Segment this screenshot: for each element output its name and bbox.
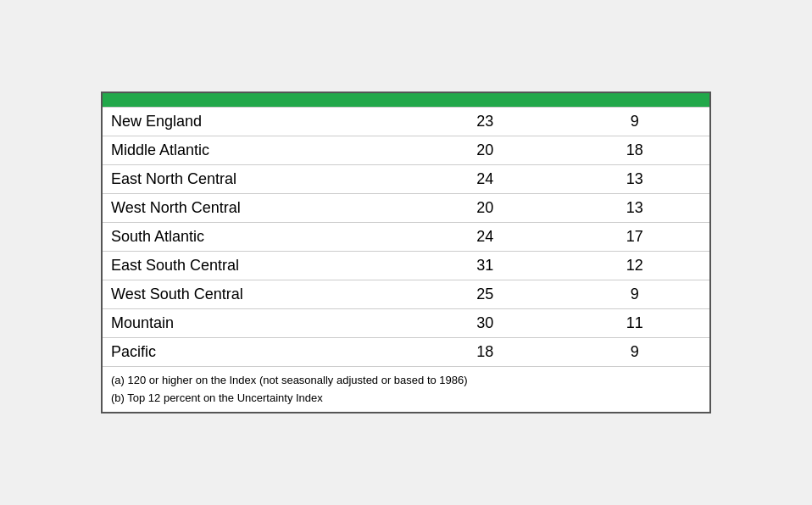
table-row: West North Central 20 13 xyxy=(103,193,709,222)
cell-region: Pacific xyxy=(103,343,410,361)
cell-region: South Atlantic xyxy=(103,228,410,246)
cell-uncertainty: 9 xyxy=(560,113,710,130)
footnote-b: (b) Top 12 percent on the Uncertainty In… xyxy=(111,390,701,408)
table-row: West South Central 25 9 xyxy=(103,280,709,308)
cell-uncertainty: 12 xyxy=(560,257,710,275)
cell-region: East North Central xyxy=(103,170,410,188)
table-row: Mountain 30 11 xyxy=(103,308,709,337)
cell-region: New England xyxy=(103,113,410,130)
table-row: New England 23 9 xyxy=(103,107,709,136)
cell-optimism: 24 xyxy=(410,228,560,246)
cell-uncertainty: 17 xyxy=(560,228,710,246)
cell-region: East South Central xyxy=(103,257,410,275)
cell-optimism: 20 xyxy=(410,142,560,159)
cell-uncertainty: 11 xyxy=(560,314,710,332)
cell-region: Mountain xyxy=(103,314,410,332)
cell-optimism: 24 xyxy=(410,170,560,188)
table-row: Middle Atlantic 20 18 xyxy=(103,136,709,164)
cell-uncertainty: 13 xyxy=(560,170,710,188)
cell-region: West North Central xyxy=(103,199,410,217)
table-row: Pacific 18 9 xyxy=(103,337,709,366)
cell-optimism: 18 xyxy=(410,343,560,361)
cell-optimism: 20 xyxy=(410,199,560,217)
footnotes: (a) 120 or higher on the Index (not seas… xyxy=(103,366,709,413)
cell-optimism: 23 xyxy=(410,113,560,130)
table-header xyxy=(103,93,709,107)
main-table: New England 23 9 Middle Atlantic 20 18 E… xyxy=(101,92,711,414)
table-row: East North Central 24 13 xyxy=(103,164,709,193)
cell-uncertainty: 18 xyxy=(560,142,710,159)
table-row: South Atlantic 24 17 xyxy=(103,222,709,251)
data-rows: New England 23 9 Middle Atlantic 20 18 E… xyxy=(103,107,709,366)
cell-uncertainty: 13 xyxy=(560,199,710,217)
cell-uncertainty: 9 xyxy=(560,286,710,303)
cell-optimism: 31 xyxy=(410,257,560,275)
cell-optimism: 25 xyxy=(410,286,560,303)
cell-region: Middle Atlantic xyxy=(103,142,410,159)
table-row: East South Central 31 12 xyxy=(103,251,709,280)
cell-optimism: 30 xyxy=(410,314,560,332)
cell-uncertainty: 9 xyxy=(560,343,710,361)
cell-region: West South Central xyxy=(103,286,410,303)
footnote-a: (a) 120 or higher on the Index (not seas… xyxy=(111,372,701,390)
